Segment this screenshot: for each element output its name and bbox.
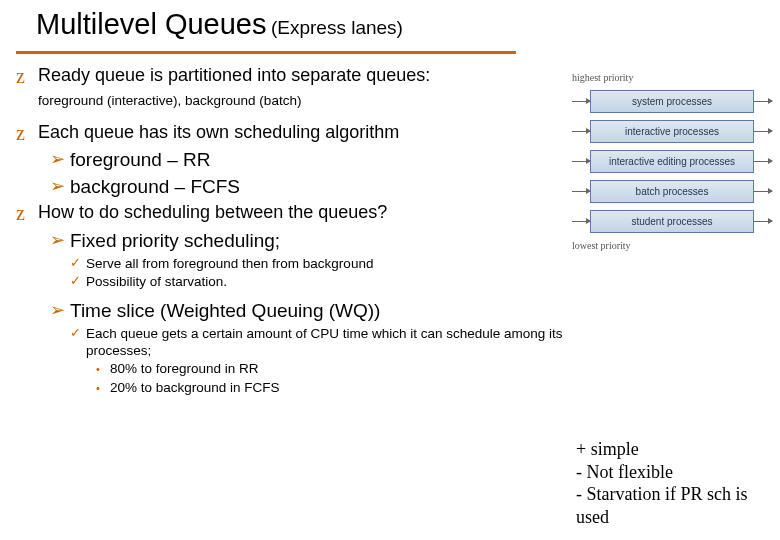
- check-glyph: ✓: [70, 255, 86, 272]
- queue-box: student processes: [590, 210, 754, 233]
- arrow-in-icon: [572, 221, 590, 222]
- check-glyph: ✓: [70, 325, 86, 360]
- bullet-3-sub-1-text: Fixed priority scheduling;: [70, 229, 280, 253]
- dot-1: • 80% to foreground in RR: [96, 360, 576, 377]
- bullet-1-text: Ready queue is partitioned into separate…: [38, 64, 576, 90]
- slide-subtitle: (Express lanes): [271, 17, 403, 38]
- content: z Ready queue is partitioned into separa…: [16, 64, 576, 396]
- bullet-3-sub-1-check-1: ✓ Serve all from foreground then from ba…: [70, 255, 576, 272]
- note-1: + simple: [576, 438, 766, 461]
- check-1-text: Serve all from foreground then from back…: [86, 255, 373, 272]
- check-glyph: ✓: [70, 273, 86, 290]
- bullet-3-sub-2: ➢ Time slice (Weighted Queuing (WQ)): [50, 299, 576, 323]
- arrow-in-icon: [572, 101, 590, 102]
- bullet-2-text: Each queue has its own scheduling algori…: [38, 121, 576, 147]
- note-2: - Not flexible: [576, 461, 766, 484]
- check-2-text: Possibility of starvation.: [86, 273, 227, 290]
- check-3-text: Each queue gets a certain amount of CPU …: [86, 325, 576, 360]
- arrow-in-icon: [572, 131, 590, 132]
- arrow-glyph: ➢: [50, 175, 70, 199]
- arrow-out-icon: [754, 161, 772, 162]
- queue-box: system processes: [590, 90, 754, 113]
- queue-box: interactive editing processes: [590, 150, 754, 173]
- title-rule: [16, 51, 516, 54]
- bullet-2-sub-2: ➢ background – FCFS: [50, 175, 576, 199]
- dot-2: • 20% to background in FCFS: [96, 379, 576, 396]
- z-glyph: z: [16, 121, 38, 147]
- slide-title: Multilevel Queues: [36, 8, 267, 40]
- bullet-1: z Ready queue is partitioned into separa…: [16, 64, 576, 90]
- side-notes: + simple - Not flexible - Starvation if …: [576, 438, 766, 528]
- arrow-glyph: ➢: [50, 229, 70, 253]
- dot-glyph: •: [96, 360, 110, 377]
- bullet-2-sub-1-text: foreground – RR: [70, 148, 210, 172]
- highest-priority-label: highest priority: [572, 72, 772, 83]
- bullet-1-sub: foreground (interactive), background (ba…: [38, 92, 576, 109]
- arrow-out-icon: [754, 131, 772, 132]
- title-block: Multilevel Queues (Express lanes): [16, 8, 764, 45]
- arrow-in-icon: [572, 161, 590, 162]
- queue-row: interactive processes: [572, 120, 772, 143]
- priority-diagram: highest priority system processes intera…: [572, 72, 772, 251]
- dot-2-text: 20% to background in FCFS: [110, 379, 280, 396]
- bullet-2: z Each queue has its own scheduling algo…: [16, 121, 576, 147]
- lowest-priority-label: lowest priority: [572, 240, 772, 251]
- bullet-3-text: How to do scheduling between the queues?: [38, 201, 576, 227]
- queue-row: interactive editing processes: [572, 150, 772, 173]
- arrow-glyph: ➢: [50, 299, 70, 323]
- bullet-3-sub-2-check-1: ✓ Each queue gets a certain amount of CP…: [70, 325, 576, 360]
- bullet-3: z How to do scheduling between the queue…: [16, 201, 576, 227]
- arrow-out-icon: [754, 191, 772, 192]
- arrow-out-icon: [754, 221, 772, 222]
- bullet-2-sub-2-text: background – FCFS: [70, 175, 240, 199]
- queue-box: interactive processes: [590, 120, 754, 143]
- bullet-2-sub-1: ➢ foreground – RR: [50, 148, 576, 172]
- bullet-3-sub-2-text: Time slice (Weighted Queuing (WQ)): [70, 299, 380, 323]
- arrow-out-icon: [754, 101, 772, 102]
- queue-row: system processes: [572, 90, 772, 113]
- arrow-in-icon: [572, 191, 590, 192]
- slide: Multilevel Queues (Express lanes) z Read…: [0, 0, 780, 540]
- z-glyph: z: [16, 201, 38, 227]
- bullet-3-sub-1-check-2: ✓ Possibility of starvation.: [70, 273, 576, 290]
- z-glyph: z: [16, 64, 38, 90]
- arrow-glyph: ➢: [50, 148, 70, 172]
- queue-box: batch processes: [590, 180, 754, 203]
- note-3: - Starvation if PR sch is used: [576, 483, 766, 528]
- bullet-3-sub-1: ➢ Fixed priority scheduling;: [50, 229, 576, 253]
- queue-row: student processes: [572, 210, 772, 233]
- dot-glyph: •: [96, 379, 110, 396]
- dot-1-text: 80% to foreground in RR: [110, 360, 259, 377]
- queue-row: batch processes: [572, 180, 772, 203]
